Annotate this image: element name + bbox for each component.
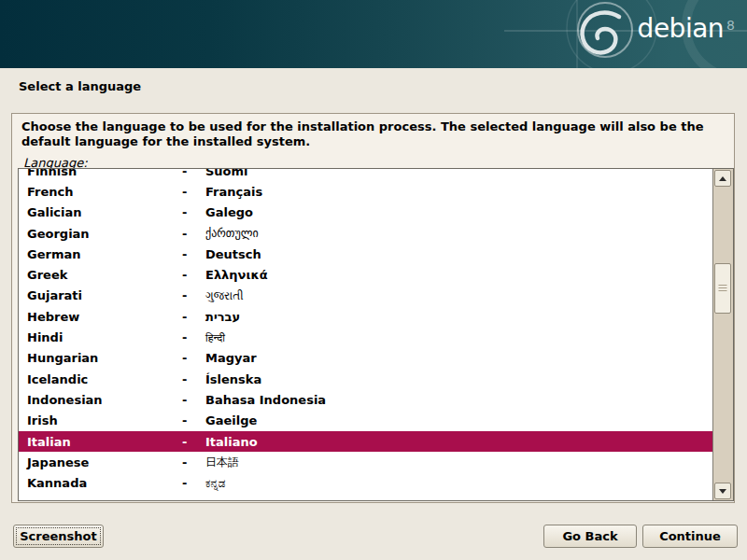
separator-dash: - <box>182 372 205 386</box>
scrollbar-thumb[interactable] <box>714 263 731 314</box>
language-english-name: Galician <box>19 205 182 219</box>
language-row[interactable]: Irish-Gaeilge <box>19 411 712 431</box>
language-listbox: Finnish-SuomiFrench-FrançaisGalician-Gal… <box>18 168 734 501</box>
separator-dash: - <box>182 476 205 490</box>
language-native-name: Suomi <box>205 169 712 178</box>
language-native-name: ગુજરાતી <box>205 289 712 302</box>
dialog-panel: Choose the language to be used for the i… <box>11 113 735 503</box>
separator-dash: - <box>182 330 205 344</box>
language-native-name: Gaeilge <box>205 413 712 427</box>
arrow-down-icon <box>719 489 726 494</box>
brand-name: debian <box>638 16 724 42</box>
language-english-name: Japanese <box>19 455 182 469</box>
language-english-name: Hebrew <box>19 310 182 324</box>
continue-button[interactable]: Continue <box>642 525 738 548</box>
debian-swirl-icon <box>0 0 747 68</box>
language-row[interactable]: Japanese-日本語 <box>19 452 712 472</box>
language-english-name: French <box>19 185 182 199</box>
language-native-name: Bahasa Indonesia <box>205 393 712 407</box>
go-back-button[interactable]: Go Back <box>543 525 637 548</box>
language-english-name: Indonesian <box>19 393 182 407</box>
vertical-scrollbar[interactable] <box>712 169 733 500</box>
language-row[interactable]: Finnish-Suomi <box>19 169 712 181</box>
language-native-name: Galego <box>205 205 712 219</box>
language-english-name: Gujarati <box>19 288 182 302</box>
language-row[interactable]: Kannada-ಕನ್ನಡ <box>19 472 712 493</box>
language-row[interactable]: Icelandic-Íslenska <box>19 369 712 389</box>
language-row[interactable]: Italian-Italiano <box>19 431 712 452</box>
separator-dash: - <box>182 351 205 365</box>
language-native-name: Italiano <box>205 435 712 449</box>
separator-dash: - <box>182 185 205 199</box>
language-native-name: 日本語 <box>205 455 712 470</box>
language-english-name: Finnish <box>19 169 182 178</box>
separator-dash: - <box>182 247 205 261</box>
header-banner: debian 8 <box>0 0 747 68</box>
language-native-name: Íslenska <box>205 372 712 386</box>
scrollbar-grip-icon <box>719 285 727 292</box>
separator-dash: - <box>182 435 205 449</box>
language-row[interactable]: French-Français <box>19 181 712 202</box>
language-native-name: ქართული <box>205 227 712 240</box>
language-english-name: Italian <box>19 435 182 449</box>
language-native-name: Magyar <box>205 351 712 365</box>
language-native-name: Deutsch <box>205 247 712 261</box>
brand-version: 8 <box>726 19 735 32</box>
language-native-name: ಕನ್ನಡ <box>205 477 712 490</box>
separator-dash: - <box>182 413 205 427</box>
language-native-name: हिन्दी <box>205 331 712 344</box>
screenshot-button[interactable]: Screenshot <box>13 525 104 548</box>
scroll-up-button[interactable] <box>714 170 731 187</box>
language-english-name: Hindi <box>19 330 182 344</box>
language-row[interactable]: Galician-Galego <box>19 203 712 223</box>
separator-dash: - <box>182 455 205 469</box>
separator-dash: - <box>182 169 205 178</box>
language-row[interactable]: Greek-Ελληνικά <box>19 264 712 285</box>
language-english-name: Icelandic <box>19 372 182 386</box>
language-list: Finnish-SuomiFrench-FrançaisGalician-Gal… <box>19 169 712 494</box>
language-english-name: Irish <box>19 413 182 427</box>
language-english-name: Georgian <box>19 227 182 241</box>
separator-dash: - <box>182 288 205 302</box>
separator-dash: - <box>182 227 205 241</box>
language-english-name: Kannada <box>19 476 182 490</box>
scroll-down-button[interactable] <box>714 483 731 499</box>
language-row[interactable]: German-Deutsch <box>19 244 712 264</box>
language-row[interactable]: Indonesian-Bahasa Indonesia <box>19 389 712 410</box>
language-list-viewport: Finnish-SuomiFrench-FrançaisGalician-Gal… <box>19 169 712 500</box>
brand-logo: debian 8 <box>638 16 735 42</box>
language-native-name: עברית <box>205 310 712 324</box>
language-row[interactable]: Georgian-ქართული <box>19 223 712 244</box>
language-row[interactable]: Hindi-हिन्दी <box>19 327 712 347</box>
separator-dash: - <box>182 268 205 282</box>
dialog-description: Choose the language to be used for the i… <box>21 119 726 149</box>
language-english-name: Hungarian <box>19 351 182 365</box>
separator-dash: - <box>182 205 205 219</box>
separator-dash: - <box>182 310 205 324</box>
separator-dash: - <box>182 393 205 407</box>
page-title: Select a language <box>19 79 141 93</box>
language-native-name: Ελληνικά <box>205 268 712 282</box>
language-row[interactable]: Hungarian-Magyar <box>19 348 712 369</box>
language-english-name: German <box>19 247 182 261</box>
language-row[interactable]: Hebrew-עברית <box>19 306 712 327</box>
language-native-name: Français <box>205 185 712 199</box>
arrow-up-icon <box>719 176 726 181</box>
language-row[interactable]: Gujarati-ગુજરાતી <box>19 286 712 306</box>
language-english-name: Greek <box>19 268 182 282</box>
